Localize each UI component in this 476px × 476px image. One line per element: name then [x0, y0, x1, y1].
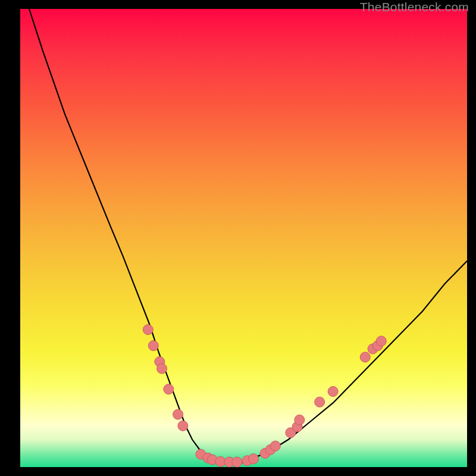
data-point — [376, 336, 386, 346]
data-point — [215, 456, 226, 466]
data-point — [232, 457, 242, 467]
data-point — [315, 397, 325, 407]
chart-svg — [20, 9, 467, 467]
data-point — [148, 340, 158, 350]
data-point — [295, 415, 305, 425]
data-point — [143, 325, 153, 335]
watermark-text: TheBottleneck.com — [360, 0, 469, 14]
data-point — [360, 352, 370, 362]
plot-area — [20, 9, 467, 467]
data-point — [270, 441, 280, 451]
data-point — [178, 421, 188, 431]
data-point — [157, 364, 167, 374]
bottleneck-curve — [29, 9, 467, 462]
data-point — [164, 384, 174, 394]
chart-frame: TheBottleneck.com — [0, 0, 476, 476]
data-point — [249, 454, 259, 464]
data-markers — [143, 325, 386, 468]
data-point — [328, 386, 338, 396]
data-point — [173, 409, 183, 419]
